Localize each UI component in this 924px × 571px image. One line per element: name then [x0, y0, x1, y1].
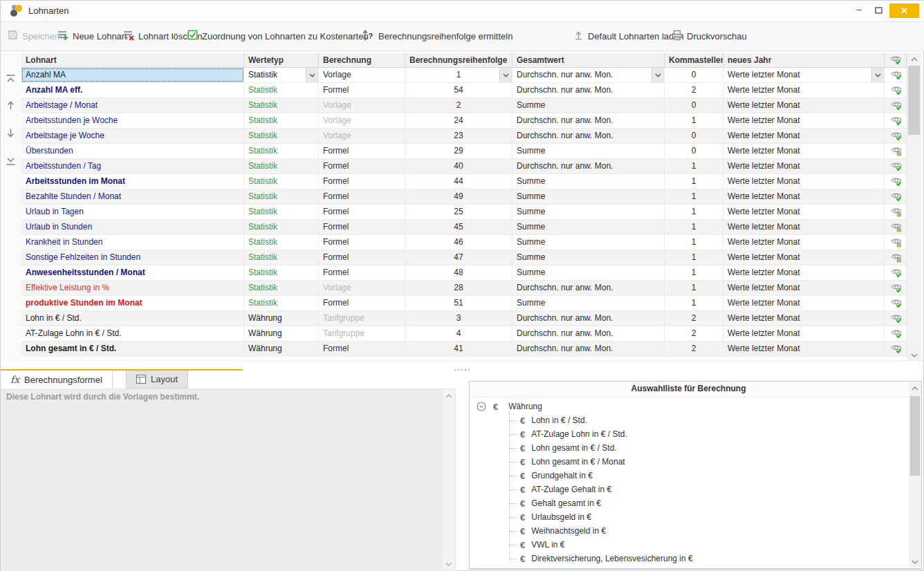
lohnart-cell[interactable]: Anwesenheitsstunden / Monat — [21, 265, 244, 280]
neues-jahr-cell[interactable]: Werte letzter Monat — [723, 83, 885, 97]
reihenfolge-cell[interactable]: 4 — [405, 326, 512, 341]
table-row[interactable]: Arbeitsstunden je WocheStatistikVorlage2… — [21, 113, 907, 129]
berechnung-cell[interactable]: Vorlage — [319, 281, 405, 295]
gesamtwert-cell[interactable]: Summe — [512, 189, 665, 204]
visibility-cell[interactable] — [885, 205, 907, 219]
gesamtwert-cell[interactable]: Summe — [512, 174, 665, 189]
visibility-cell[interactable] — [885, 326, 907, 341]
berechnung-cell[interactable]: Formel — [319, 189, 405, 204]
visibility-cell[interactable] — [885, 174, 907, 189]
tree-item[interactable]: €AT-Zulage Lohn in € / Std. — [509, 427, 905, 441]
gesamtwert-cell[interactable]: Summe — [512, 144, 665, 158]
gesamtwert-cell[interactable]: Summe — [512, 98, 665, 113]
kommastellen-cell[interactable]: 1 — [665, 189, 723, 204]
tab-berechnungsformel[interactable]: fx Berechnungsformel — [1, 371, 113, 389]
gesamtwert-cell[interactable]: Durchschn. nur anw. Mon. — [512, 159, 665, 174]
splitter-handle[interactable]: ..... — [1, 361, 924, 369]
reihenfolge-cell[interactable]: 48 — [405, 265, 512, 280]
berechnung-cell[interactable]: Formel — [319, 144, 405, 158]
lohnart-cell[interactable]: Effektive Leistung in % — [21, 281, 244, 295]
kommastellen-cell[interactable]: 2 — [665, 326, 723, 341]
reihenfolge-cell[interactable]: 29 — [405, 144, 512, 158]
kommastellen-cell[interactable]: 1 — [665, 281, 723, 295]
tree-item[interactable]: €Grundgehalt in € — [509, 469, 905, 483]
kommastellen-cell[interactable]: 1 — [665, 265, 723, 280]
berechnung-cell[interactable]: Formel — [319, 174, 405, 189]
visibility-cell[interactable] — [885, 83, 907, 97]
visibility-cell[interactable] — [885, 189, 907, 204]
tree-item[interactable]: €Lohn gesamt in € / Monat — [509, 455, 905, 469]
dropdown-button[interactable] — [871, 68, 884, 82]
kommastellen-cell[interactable]: 2 — [665, 83, 723, 97]
visibility-cell[interactable] — [885, 250, 907, 265]
table-row[interactable]: Arbeitsstunden im MonatStatistikFormel44… — [21, 174, 907, 189]
scroll-up-icon[interactable] — [907, 53, 921, 65]
lohnart-cell[interactable]: produktive Stunden im Monat — [21, 296, 244, 310]
scroll-down-icon[interactable] — [907, 349, 921, 361]
wertetyp-cell[interactable]: Statistik — [244, 265, 319, 280]
kommastellen-cell[interactable]: 0 — [665, 98, 723, 113]
wertetyp-cell[interactable]: Statistik — [244, 281, 319, 295]
gesamtwert-cell[interactable]: Durchschn. nur anw. Mon. — [512, 311, 665, 326]
lohnart-cell[interactable]: Bezahlte Stunden / Monat — [21, 189, 244, 204]
lohnart-cell[interactable]: AT-Zulage Lohn in € / Std. — [21, 326, 244, 341]
tree-item[interactable]: €VWL in € — [509, 538, 905, 552]
lohnart-cell[interactable]: Lohn gesamt in € / Std. — [21, 341, 244, 356]
tree-item[interactable]: €Direktversicherung, Lebensvesicherung i… — [509, 552, 905, 565]
berechnung-cell[interactable]: Formel — [319, 250, 405, 265]
berechnung-cell[interactable]: Formel — [319, 220, 405, 234]
visibility-cell[interactable] — [885, 113, 907, 128]
gesamtwert-cell[interactable]: Durchschn. nur anw. Mon. — [512, 129, 665, 143]
kommastellen-cell[interactable]: 1 — [665, 235, 723, 250]
gesamtwert-cell[interactable]: Durchschn. nur anw. Mon. — [512, 326, 665, 341]
berechnung-cell[interactable]: Vorlage — [319, 129, 405, 143]
scroll-thumb[interactable] — [908, 66, 920, 135]
wertetyp-cell[interactable]: Währung — [244, 341, 319, 356]
reihenfolge-cell[interactable]: 40 — [405, 159, 512, 174]
table-row[interactable]: Anzahl MAStatistikVorlage1Durchschn. nur… — [21, 68, 907, 83]
dropdown-button[interactable] — [306, 68, 318, 82]
table-row[interactable]: Anzahl MA eff.StatistikFormel54Durchschn… — [21, 83, 907, 98]
lohnart-cell[interactable]: Urlaub in Stunden — [21, 220, 244, 234]
toolbar-button-print[interactable]: Druckvorschau — [672, 28, 747, 44]
gesamtwert-cell[interactable]: Summe — [512, 250, 665, 265]
column-header-gesamtwert[interactable]: Gesamtwert — [512, 53, 665, 67]
reihenfolge-cell[interactable]: 45 — [405, 220, 512, 234]
visibility-cell[interactable] — [885, 159, 907, 174]
berechnung-cell[interactable]: Formel — [319, 341, 405, 356]
visibility-cell[interactable] — [885, 68, 907, 82]
column-header-neues-jahr[interactable]: neues Jahr — [723, 53, 885, 67]
tab-layout[interactable]: Layout — [126, 371, 188, 389]
berechnung-cell[interactable]: Tarifgruppe — [319, 326, 405, 341]
scroll-thumb[interactable] — [910, 396, 920, 476]
neues-jahr-cell[interactable]: Werte letzter Monat — [723, 235, 885, 250]
wertetyp-cell[interactable]: Währung — [244, 326, 319, 341]
berechnung-cell[interactable]: Formel — [319, 235, 405, 250]
move-top-button[interactable] — [5, 74, 17, 86]
neues-jahr-cell[interactable]: Werte letzter Monat — [723, 265, 885, 280]
column-header-berechnung[interactable]: Berechnung — [319, 53, 405, 67]
neues-jahr-cell[interactable]: Werte letzter Monat — [723, 68, 885, 82]
table-row[interactable]: Anwesenheitsstunden / MonatStatistikForm… — [21, 265, 907, 281]
berechnung-cell[interactable]: Tarifgruppe — [319, 311, 405, 326]
table-row[interactable]: Bezahlte Stunden / MonatStatistikFormel4… — [21, 189, 907, 205]
tree-item[interactable]: €Urlaubsgeld in € — [509, 510, 905, 524]
toolbar-button-add-row[interactable]: Neue Lohnart — [57, 28, 127, 44]
selection-scrollbar[interactable] — [909, 382, 921, 568]
lohnart-cell[interactable]: Arbeitsstunden je Woche — [21, 113, 244, 128]
neues-jahr-cell[interactable]: Werte letzter Monat — [723, 174, 885, 189]
tree-item[interactable]: €AT-Zulage Gehalt in € — [509, 483, 905, 496]
berechnung-cell[interactable]: Vorlage — [319, 113, 405, 128]
toolbar-button-sort-order[interactable]: ?Berechnungsreihenfolge ermitteln — [362, 28, 512, 44]
berechnung-cell[interactable]: Formel — [319, 205, 405, 219]
wertetyp-cell[interactable]: Statistik — [244, 220, 319, 234]
lohnart-cell[interactable]: Urlaub in Tagen — [21, 205, 244, 219]
kommastellen-cell[interactable]: 1 — [665, 205, 723, 219]
reihenfolge-cell[interactable]: 28 — [405, 281, 512, 295]
tree-item[interactable]: €Gehalt gesamt in € — [509, 496, 905, 510]
gesamtwert-cell[interactable]: Summe — [512, 205, 665, 219]
neues-jahr-cell[interactable]: Werte letzter Monat — [723, 113, 885, 128]
table-row[interactable]: AT-Zulage Lohn in € / Std.WährungTarifgr… — [21, 326, 907, 341]
neues-jahr-cell[interactable]: Werte letzter Monat — [723, 205, 885, 219]
formula-scrollbar[interactable] — [443, 390, 454, 570]
